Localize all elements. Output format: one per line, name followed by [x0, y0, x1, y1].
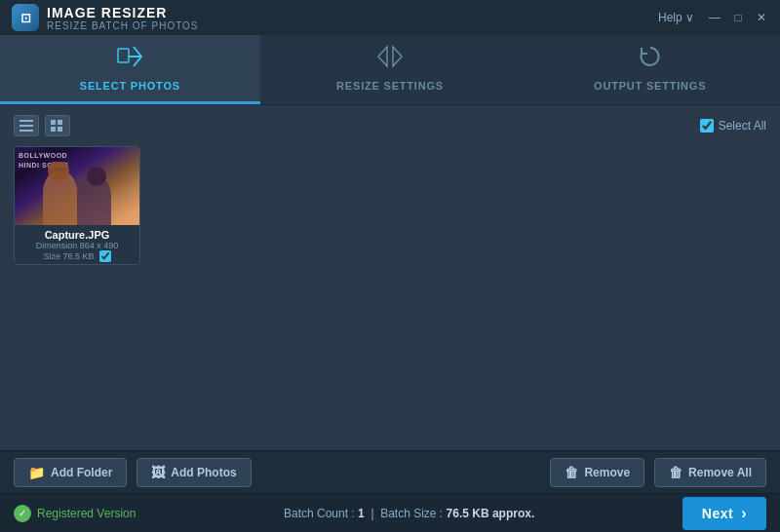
status-bar: ✓ Registered Version Batch Count : 1 | B…	[0, 493, 780, 532]
photo-grid: BOLLYWOODHINDI SONGS Capture.JPG Dimensi…	[14, 146, 766, 265]
minimize-button[interactable]: —	[708, 11, 722, 24]
add-folder-label: Add Folder	[51, 466, 112, 479]
tabs-bar: SELECT PHOTOS RESIZE SETTINGS OUTPUT SET…	[0, 35, 780, 105]
next-button[interactable]: Next ›	[682, 497, 766, 530]
select-photos-icon	[116, 45, 143, 74]
photo-info: Capture.JPG Dimension 864 x 490 Size 76.…	[15, 225, 139, 264]
photo-thumbnail: BOLLYWOODHINDI SONGS	[15, 147, 139, 225]
title-bar: ⊡ IMAGE RESIZER RESIZE BATCH OF PHOTOS H…	[0, 0, 780, 35]
remove-all-button[interactable]: 🗑 Remove All	[654, 458, 766, 487]
view-icons	[14, 115, 70, 136]
add-folder-button[interactable]: 📁 Add Folder	[14, 458, 127, 487]
close-button[interactable]: ✕	[755, 11, 768, 24]
svg-rect-10	[58, 127, 62, 132]
svg-rect-0	[118, 49, 129, 62]
photo-size: Size 76.5 KB	[43, 251, 94, 261]
next-label: Next	[702, 506, 733, 521]
photo-dimension: Dimension 864 x 490	[20, 241, 135, 250]
remove-all-label: Remove All	[688, 466, 752, 479]
svg-marker-3	[393, 47, 402, 66]
list-view-button[interactable]	[14, 115, 39, 136]
svg-rect-8	[58, 120, 62, 125]
svg-rect-4	[20, 120, 33, 122]
next-arrow-icon: ›	[741, 505, 747, 522]
registered-label: Registered Version	[37, 507, 136, 520]
remove-all-icon: 🗑	[669, 465, 682, 480]
window-controls: — □ ✕	[708, 11, 768, 24]
add-photos-button[interactable]: 🖼 Add Photos	[136, 458, 251, 487]
tab-select-photos[interactable]: SELECT PHOTOS	[0, 35, 260, 104]
photo-name: Capture.JPG	[20, 229, 135, 241]
registered-badge: ✓ Registered Version	[14, 505, 136, 522]
svg-marker-2	[378, 47, 387, 66]
tab-output-settings-label: OUTPUT SETTINGS	[594, 80, 706, 92]
photo-card: BOLLYWOODHINDI SONGS Capture.JPG Dimensi…	[14, 146, 140, 265]
add-photos-label: Add Photos	[171, 466, 236, 479]
batch-count-label: Batch Count :	[284, 507, 355, 520]
tab-resize-settings-label: RESIZE SETTINGS	[336, 80, 444, 92]
tab-resize-settings[interactable]: RESIZE SETTINGS	[260, 35, 521, 104]
registered-icon: ✓	[14, 505, 31, 522]
title-bar-left: ⊡ IMAGE RESIZER RESIZE BATCH OF PHOTOS	[12, 4, 199, 31]
title-bar-right: Help ∨ — □ ✕	[658, 11, 768, 24]
thumbnail-figures	[38, 162, 116, 225]
batch-info: Batch Count : 1 | Batch Size : 76.5 KB a…	[136, 507, 682, 520]
tab-select-photos-label: SELECT PHOTOS	[80, 80, 180, 92]
select-all-wrap: Select All	[700, 119, 766, 133]
batch-size-value: 76.5 KB approx.	[447, 507, 535, 520]
batch-count-value: 1	[358, 507, 365, 520]
grid-view-button[interactable]	[45, 115, 70, 136]
app-title-group: IMAGE RESIZER RESIZE BATCH OF PHOTOS	[47, 5, 199, 31]
select-all-checkbox[interactable]	[700, 119, 714, 133]
app-icon: ⊡	[12, 4, 39, 31]
restore-button[interactable]: □	[731, 11, 745, 24]
svg-rect-7	[51, 120, 56, 125]
photo-select-checkbox[interactable]	[99, 250, 111, 262]
face-2	[87, 167, 106, 186]
view-toolbar: Select All	[14, 115, 766, 136]
svg-rect-9	[51, 127, 56, 132]
remove-icon: 🗑	[565, 465, 578, 480]
content-area: Select All BOLLYWOODHINDI SONGS Capture.…	[0, 105, 780, 450]
resize-settings-icon	[376, 45, 404, 74]
app-subtitle: RESIZE BATCH OF PHOTOS	[47, 20, 199, 31]
help-button[interactable]: Help ∨	[658, 11, 694, 24]
app-title: IMAGE RESIZER	[47, 5, 199, 20]
batch-size-label: Batch Size :	[380, 507, 443, 520]
output-settings-icon	[637, 45, 664, 74]
svg-rect-6	[20, 130, 33, 132]
photo-size-row: Size 76.5 KB	[20, 250, 135, 262]
action-bar: 📁 Add Folder 🖼 Add Photos 🗑 Remove 🗑 Rem…	[0, 450, 780, 493]
remove-button[interactable]: 🗑 Remove	[550, 458, 644, 487]
batch-separator: |	[370, 507, 373, 520]
svg-rect-5	[20, 125, 33, 127]
add-folder-icon: 📁	[28, 465, 45, 480]
tab-output-settings[interactable]: OUTPUT SETTINGS	[520, 35, 780, 104]
remove-label: Remove	[584, 466, 630, 479]
add-photos-icon: 🖼	[151, 465, 165, 480]
select-all-label: Select All	[719, 119, 766, 133]
